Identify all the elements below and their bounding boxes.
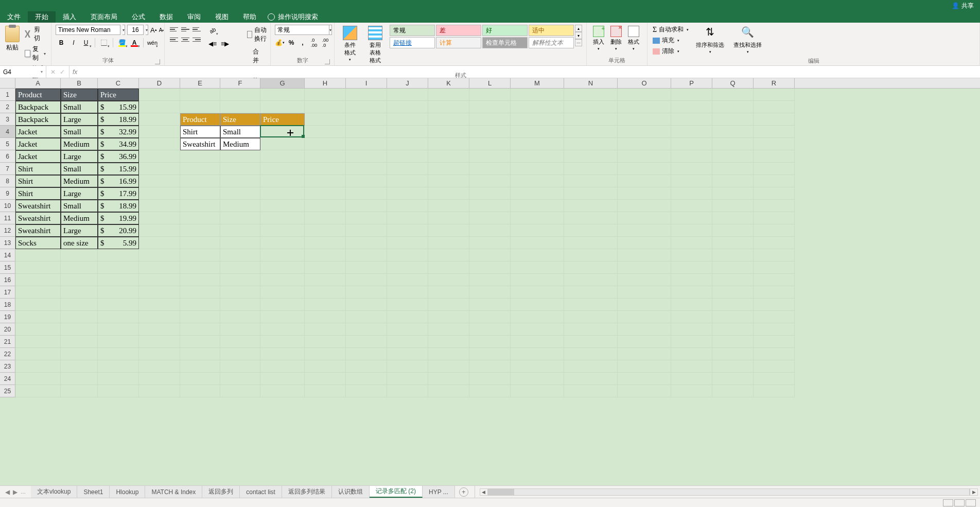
row-header-7[interactable]: 7 (0, 163, 15, 175)
cell-E17[interactable] (180, 286, 220, 299)
cell-I23[interactable] (346, 360, 387, 373)
cell-O25[interactable] (618, 385, 671, 397)
cell-J12[interactable] (387, 224, 428, 237)
cell-N1[interactable] (564, 89, 618, 101)
cell-J25[interactable] (387, 385, 428, 397)
col-header-M[interactable]: M (511, 78, 564, 88)
cell-P4[interactable] (671, 126, 712, 138)
cell-P1[interactable] (671, 89, 712, 101)
cell-F19[interactable] (220, 311, 260, 323)
cell-B6[interactable]: Large (61, 150, 98, 163)
row-header-9[interactable]: 9 (0, 187, 15, 200)
cell-E20[interactable] (180, 323, 220, 336)
cell-K8[interactable] (428, 175, 469, 187)
cell-G12[interactable] (260, 224, 305, 237)
cell-L1[interactable] (469, 89, 511, 101)
cell-Q22[interactable] (712, 348, 754, 360)
cell-G25[interactable] (260, 385, 305, 397)
cell-Q23[interactable] (712, 360, 754, 373)
cell-D11[interactable] (139, 212, 180, 224)
cell-F15[interactable] (220, 261, 260, 274)
cell-B2[interactable]: Small (61, 101, 98, 113)
cell-A18[interactable] (15, 299, 61, 311)
cell-C1[interactable]: Price (98, 89, 139, 101)
name-box[interactable]: G4▾ (0, 66, 46, 78)
cell-N5[interactable] (564, 138, 618, 150)
hscroll-track[interactable] (488, 488, 970, 495)
menu-tab-页面布局[interactable]: 页面布局 (83, 11, 125, 23)
cell-A11[interactable]: Sweatshirt (15, 212, 61, 224)
cell-I4[interactable] (346, 126, 387, 138)
cell-G7[interactable] (260, 163, 305, 175)
cell-J16[interactable] (387, 274, 428, 286)
cell-J22[interactable] (387, 348, 428, 360)
cell-A8[interactable]: Shirt (15, 175, 61, 187)
cell-O5[interactable] (618, 138, 671, 150)
row-header-14[interactable]: 14 (0, 249, 15, 261)
cell-D24[interactable] (139, 373, 180, 385)
cell-N6[interactable] (564, 150, 618, 163)
cell-B18[interactable] (61, 299, 98, 311)
accept-formula-button[interactable]: ✓ (60, 68, 65, 76)
font-name-input[interactable] (56, 25, 120, 35)
cell-R20[interactable] (754, 323, 795, 336)
cell-D19[interactable] (139, 311, 180, 323)
col-header-N[interactable]: N (564, 78, 618, 88)
col-header-K[interactable]: K (428, 78, 469, 88)
cell-F9[interactable] (220, 187, 260, 200)
cell-O3[interactable] (618, 113, 671, 126)
cell-J23[interactable] (387, 360, 428, 373)
hscroll-right[interactable]: ▶ (970, 488, 978, 495)
cell-Q11[interactable] (712, 212, 754, 224)
cell-C13[interactable]: $5.99 (98, 237, 139, 249)
cell-N8[interactable] (564, 175, 618, 187)
cell-N23[interactable] (564, 360, 618, 373)
cell-L17[interactable] (469, 286, 511, 299)
increase-decimal-button[interactable]: .0.00 (309, 37, 319, 48)
row-header-22[interactable]: 22 (0, 348, 15, 360)
cell-B24[interactable] (61, 373, 98, 385)
cell-E24[interactable] (180, 373, 220, 385)
cell-E6[interactable] (180, 150, 220, 163)
cell-C19[interactable] (98, 311, 139, 323)
col-header-A[interactable]: A (15, 78, 61, 88)
cell-J19[interactable] (387, 311, 428, 323)
fill-color-button[interactable]: 🪣▾ (116, 37, 128, 48)
cell-H19[interactable] (305, 311, 346, 323)
cell-I24[interactable] (346, 373, 387, 385)
cell-H15[interactable] (305, 261, 346, 274)
row-header-25[interactable]: 25 (0, 385, 15, 397)
row-header-3[interactable]: 3 (0, 113, 15, 126)
col-header-B[interactable]: B (61, 78, 98, 88)
cell-B17[interactable] (61, 286, 98, 299)
cell-Q13[interactable] (712, 237, 754, 249)
cell-C11[interactable]: $19.99 (98, 212, 139, 224)
sheet-tab-3[interactable]: MATCH & Index (145, 486, 202, 495)
row-header-16[interactable]: 16 (0, 274, 15, 286)
cell-R11[interactable] (754, 212, 795, 224)
insert-cells-button[interactable]: 插入▾ (591, 25, 606, 52)
col-header-G[interactable]: G (260, 78, 305, 88)
sheet-tab-2[interactable]: Hlookup (110, 486, 145, 495)
cell-J18[interactable] (387, 299, 428, 311)
cell-H23[interactable] (305, 360, 346, 373)
cell-D12[interactable] (139, 224, 180, 237)
cell-D16[interactable] (139, 274, 180, 286)
col-header-D[interactable]: D (139, 78, 180, 88)
cell-F20[interactable] (220, 323, 260, 336)
row-header-24[interactable]: 24 (0, 373, 15, 385)
row-header-4[interactable]: 4 (0, 126, 15, 138)
cell-G5[interactable] (260, 138, 305, 150)
menu-tab-公式[interactable]: 公式 (125, 11, 152, 23)
cell-Q15[interactable] (712, 261, 754, 274)
cell-F25[interactable] (220, 385, 260, 397)
cell-P22[interactable] (671, 348, 712, 360)
cell-K10[interactable] (428, 200, 469, 212)
cell-Q9[interactable] (712, 187, 754, 200)
cell-P3[interactable] (671, 113, 712, 126)
cell-I25[interactable] (346, 385, 387, 397)
cell-R18[interactable] (754, 299, 795, 311)
cell-B9[interactable]: Large (61, 187, 98, 200)
cell-P17[interactable] (671, 286, 712, 299)
cell-C14[interactable] (98, 249, 139, 261)
